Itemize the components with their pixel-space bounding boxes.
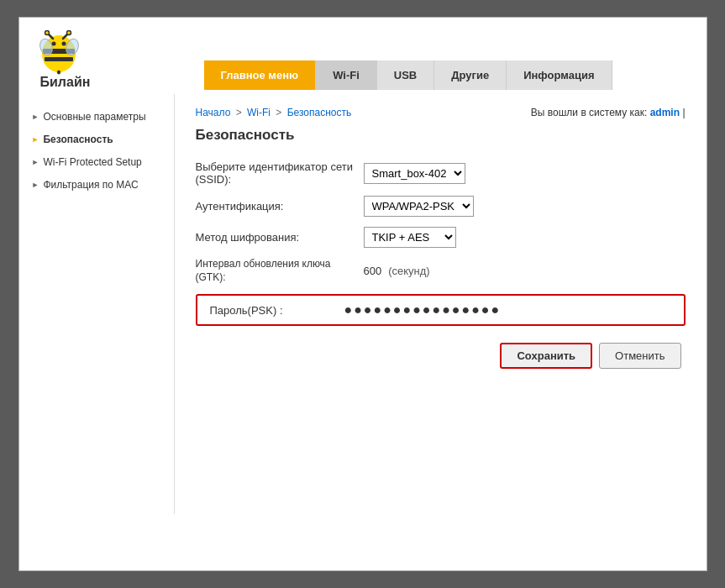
- user-link[interactable]: admin: [650, 107, 680, 118]
- sidebar-item-mac[interactable]: ► Фильтрация по МАС: [28, 175, 165, 195]
- auth-select[interactable]: WPA/WPA2-PSK WPA-PSK WPA2-PSK Disabled: [364, 196, 474, 217]
- svg-rect-2: [45, 57, 73, 61]
- tab-main-menu[interactable]: Главное меню: [204, 60, 317, 90]
- interval-control: 600 (секунд): [364, 265, 430, 277]
- breadcrumb-user: Вы вошли в систему как: admin |: [531, 107, 686, 118]
- interval-value: 600: [364, 265, 382, 277]
- main-panel: Начало > Wi-Fi > Безопасность Вы вошли в…: [175, 94, 707, 514]
- svg-point-4: [45, 31, 49, 35]
- interval-row: Интервал обновления ключа (GTK): 600 (се…: [196, 258, 686, 284]
- ssid-select[interactable]: Smart_box-402: [364, 163, 465, 184]
- navigation-tabs: Главное меню Wi-Fi USB Другие Информация: [204, 60, 690, 90]
- bee-logo-icon: [36, 30, 82, 76]
- breadcrumb: Начало > Wi-Fi > Безопасность Вы вошли в…: [196, 107, 686, 118]
- interval-label: Интервал обновления ключа (GTK):: [196, 258, 364, 284]
- arrow-icon-wps: ►: [32, 158, 39, 166]
- ssid-row: Выберите идентификатор сети (SSID): Smar…: [196, 160, 686, 186]
- save-button[interactable]: Сохранить: [500, 343, 592, 369]
- password-label: Пароль(PSK) :: [210, 304, 344, 317]
- ssid-control: Smart_box-402: [364, 163, 465, 184]
- breadcrumb-path: Начало > Wi-Fi > Безопасность: [196, 107, 352, 118]
- cancel-button[interactable]: Отменить: [599, 343, 680, 369]
- page-title: Безопасность: [196, 127, 686, 144]
- logo: Билайн: [36, 30, 204, 90]
- auth-row: Аутентификация: WPA/WPA2-PSK WPA-PSK WPA…: [196, 196, 686, 217]
- password-dots: ●●●●●●●●●●●●●●●●: [344, 302, 502, 317]
- logo-brand-text: Билайн: [40, 75, 204, 90]
- breadcrumb-home[interactable]: Начало: [196, 107, 231, 118]
- encryption-row: Метод шифрования: TKIP + AES TKIP AES: [196, 227, 686, 248]
- svg-point-12: [57, 71, 60, 75]
- tab-usb[interactable]: USB: [377, 60, 434, 90]
- ssid-label: Выберите идентификатор сети (SSID):: [196, 160, 364, 186]
- password-section: Пароль(PSK) : ●●●●●●●●●●●●●●●●: [196, 294, 686, 326]
- buttons-area: Сохранить Отменить: [196, 343, 686, 369]
- auth-control: WPA/WPA2-PSK WPA-PSK WPA2-PSK Disabled: [364, 196, 474, 217]
- arrow-icon-active: ►: [32, 135, 39, 144]
- password-input-area[interactable]: ●●●●●●●●●●●●●●●●: [344, 302, 502, 318]
- svg-point-9: [51, 42, 55, 46]
- encryption-control: TKIP + AES TKIP AES: [364, 227, 456, 248]
- tab-other[interactable]: Другие: [434, 60, 507, 90]
- svg-point-6: [66, 31, 71, 35]
- tab-wifi[interactable]: Wi-Fi: [316, 60, 377, 90]
- breadcrumb-security[interactable]: Безопасность: [287, 107, 352, 118]
- encryption-select[interactable]: TKIP + AES TKIP AES: [364, 227, 456, 248]
- breadcrumb-wifi[interactable]: Wi-Fi: [247, 107, 271, 118]
- arrow-icon: ►: [32, 113, 39, 121]
- arrow-icon-mac: ►: [32, 181, 39, 189]
- sidebar-item-wps[interactable]: ► Wi-Fi Protected Setup: [28, 152, 165, 172]
- sidebar-item-basic[interactable]: ► Основные параметры: [28, 107, 165, 127]
- svg-point-10: [61, 42, 66, 46]
- tab-info[interactable]: Информация: [507, 60, 612, 90]
- interval-unit: (секунд): [388, 265, 430, 277]
- auth-label: Аутентификация:: [196, 200, 364, 213]
- sidebar-item-security[interactable]: ► Безопасность: [28, 129, 165, 150]
- sidebar: ► Основные параметры ► Безопасность ► Wi…: [19, 94, 175, 514]
- encryption-label: Метод шифрования:: [196, 231, 364, 244]
